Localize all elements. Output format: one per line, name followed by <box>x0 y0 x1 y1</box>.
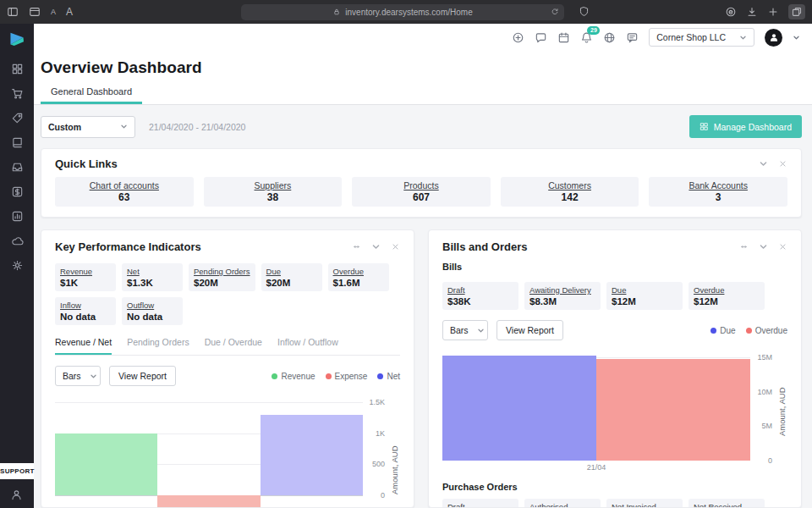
manage-dashboard-button[interactable]: Manage Dashboard <box>689 115 802 138</box>
date-range-text[interactable]: 21/04/2020 - 21/04/2020 <box>149 122 245 132</box>
kpi-stat-value: $1.6M <box>333 278 384 288</box>
privacy-shield-icon[interactable] <box>579 6 590 17</box>
sidebar-item-integrations[interactable] <box>0 229 34 253</box>
kpi-card: Key Performance Indicators Re <box>41 229 414 508</box>
bills-stat-label[interactable]: Overdue <box>694 285 760 295</box>
bills-chart-type-select[interactable]: Bars <box>442 320 488 340</box>
legend-item[interactable]: Expense <box>326 372 368 381</box>
purchase-order-stat-label[interactable]: Not Received <box>694 502 760 508</box>
bills-chart: 21/04 05M10M15M Amount, AUD <box>442 351 787 473</box>
purchase-order-stat-box: Not Received <box>689 499 765 508</box>
close-icon[interactable] <box>778 242 787 251</box>
sidebar-item-inventory[interactable] <box>0 155 34 179</box>
collapse-icon[interactable] <box>759 159 768 168</box>
bills-chart-type-value: Bars <box>450 325 469 335</box>
kpi-stat-label[interactable]: Pending Orders <box>194 267 250 276</box>
notifications-icon[interactable]: 29 <box>580 31 593 44</box>
quick-link-label[interactable]: Suppliers <box>211 180 336 190</box>
kpi-view-report-button[interactable]: View Report <box>109 366 176 386</box>
kpi-stat-label[interactable]: Inflow <box>60 301 111 310</box>
kpi-chart-bar-net <box>261 415 363 495</box>
bills-stat-label[interactable]: Due <box>612 285 678 295</box>
close-icon[interactable] <box>391 242 400 251</box>
kpi-stat-label[interactable]: Net <box>127 267 178 276</box>
browser-chrome: A A inventory.dearsystems.com/Home <box>0 0 812 24</box>
kpi-stat-label[interactable]: Overdue <box>333 267 384 276</box>
sidebar-item-profile[interactable] <box>10 489 23 501</box>
quick-link-label[interactable]: Chart of accounts <box>62 180 187 190</box>
sidebar-item-settings[interactable] <box>0 253 34 278</box>
sidebar-item-ledger[interactable] <box>0 130 34 155</box>
reload-icon[interactable] <box>551 8 559 16</box>
quick-link-label[interactable]: Bank Accounts <box>656 180 781 190</box>
purchase-order-stat-label[interactable]: Draft <box>447 502 513 508</box>
purchase-order-stat-label[interactable]: Not Invoiced <box>612 502 678 508</box>
purchase-order-stat-label[interactable]: Authorised <box>529 502 595 508</box>
organization-selector[interactable]: Corner Shop LLC <box>649 28 754 47</box>
quick-link[interactable]: Suppliers 38 <box>204 177 343 207</box>
sidebar-toggle-icon[interactable] <box>7 6 19 18</box>
expand-icon[interactable] <box>352 242 361 251</box>
bills-controls: Bars View Report Due <box>442 320 787 340</box>
avatar-person-icon <box>769 32 779 42</box>
quick-link[interactable]: Products 607 <box>352 177 491 207</box>
kpi-chart-bar-expense <box>157 495 260 508</box>
globe-icon[interactable] <box>603 31 616 44</box>
text-zoom-in-button[interactable]: A <box>66 6 73 18</box>
address-bar[interactable]: inventory.dearsystems.com/Home <box>241 4 564 20</box>
bills-stat-label[interactable]: Draft <box>447 285 513 295</box>
window-overview-icon[interactable] <box>29 6 41 18</box>
expand-icon[interactable] <box>739 242 749 251</box>
date-range-type-select[interactable]: Custom <box>41 116 135 138</box>
bills-view-report-button[interactable]: View Report <box>497 320 563 340</box>
quick-link[interactable]: Bank Accounts 3 <box>649 177 787 207</box>
kpi-stat-value: $1.3K <box>127 278 178 288</box>
downloads-icon[interactable] <box>746 6 758 18</box>
legend-item[interactable]: Revenue <box>272 372 315 381</box>
close-icon[interactable] <box>778 159 787 168</box>
kpi-stat-label[interactable]: Revenue <box>60 267 111 276</box>
kpi-chart-tab[interactable]: Inflow / Outflow <box>277 337 338 355</box>
quick-link[interactable]: Customers 142 <box>501 177 639 207</box>
user-avatar[interactable] <box>765 29 782 47</box>
purchase-orders-boxes: Draft Authorised Not Invoiced <box>442 499 787 508</box>
tab-general-dashboard[interactable]: General Dashboard <box>41 80 142 104</box>
app-logo-icon[interactable] <box>8 30 26 48</box>
kpi-stat-label[interactable]: Due <box>266 267 317 276</box>
chevron-down-icon <box>739 34 747 41</box>
sidebar-item-dashboard[interactable] <box>0 57 34 81</box>
feedback-icon[interactable] <box>626 31 639 44</box>
sidebar-item-purchases[interactable] <box>0 106 34 130</box>
tab-overview-icon[interactable] <box>788 4 805 19</box>
calendar-icon[interactable] <box>557 31 570 44</box>
support-tab[interactable]: SUPPORT <box>0 463 34 479</box>
sidebar-item-reports[interactable] <box>0 204 34 229</box>
chat-icon[interactable] <box>535 31 547 44</box>
kpi-stat-label[interactable]: Outflow <box>127 301 178 310</box>
sidebar-item-financials[interactable] <box>0 179 34 204</box>
user-menu-chevron-icon[interactable] <box>793 34 800 41</box>
bills-stat-label[interactable]: Awaiting Delivery <box>529 285 595 295</box>
purchase-order-stat-box: Not Invoiced <box>606 499 683 508</box>
collapse-icon[interactable] <box>371 242 381 251</box>
kpi-chart-type-select[interactable]: Bars <box>55 366 101 386</box>
legend-item[interactable]: Net <box>377 372 400 381</box>
kpi-chart-tab[interactable]: Revenue / Net <box>55 337 112 355</box>
legend-item[interactable]: Due <box>710 326 735 335</box>
kpi-chart: -50005001K1.5K Amount, AUD <box>55 396 400 508</box>
kpi-stat-value: $20M <box>194 278 250 288</box>
kpi-title: Key Performance Indicators <box>55 240 201 253</box>
quick-link-label[interactable]: Customers <box>508 180 633 190</box>
chevron-down-icon <box>90 373 97 380</box>
quick-link[interactable]: Chart of accounts 63 <box>55 177 194 207</box>
sidebar-item-sales[interactable] <box>0 81 34 106</box>
kpi-chart-tab[interactable]: Due / Overdue <box>205 337 262 355</box>
add-icon[interactable] <box>512 31 524 44</box>
text-zoom-out-button[interactable]: A <box>51 8 56 16</box>
extension-icon[interactable] <box>725 6 737 18</box>
kpi-chart-tab[interactable]: Pending Orders <box>127 337 189 355</box>
quick-link-label[interactable]: Products <box>359 180 484 190</box>
new-tab-icon[interactable] <box>767 6 779 18</box>
legend-item[interactable]: Overdue <box>746 326 787 335</box>
collapse-icon[interactable] <box>759 242 768 251</box>
